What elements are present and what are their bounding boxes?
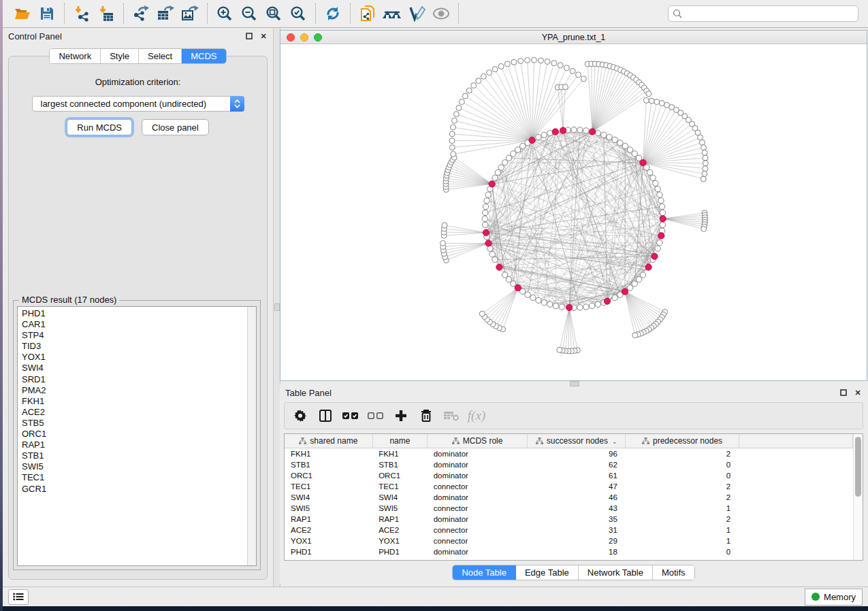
tab-node-table[interactable]: Node Table [453, 565, 516, 580]
mcds-result-item[interactable]: CAR1 [22, 319, 247, 330]
select-all-icon[interactable] [340, 406, 361, 425]
table-cell [739, 503, 852, 514]
mcds-result-item[interactable]: TEC1 [22, 472, 247, 483]
table-cell: 1 [626, 503, 739, 514]
horizontal-split-handle[interactable] [570, 381, 579, 386]
export-network-icon[interactable] [129, 3, 153, 24]
table-cell: connector [428, 525, 528, 535]
tab-edge-table[interactable]: Edge Table [516, 565, 579, 580]
table-scrollbar-thumb[interactable] [855, 437, 861, 497]
table-cell: ACE2 [285, 525, 372, 535]
delete-row-icon[interactable] [416, 406, 436, 425]
close-panel-icon[interactable]: ✕ [259, 32, 268, 40]
mcds-list-scrollbar[interactable] [247, 307, 256, 565]
mcds-result-item[interactable]: SWI4 [22, 363, 247, 374]
mcds-result-item[interactable]: RAP1 [22, 440, 247, 450]
mcds-result-item[interactable]: SWI5 [22, 461, 247, 472]
open-folder-icon[interactable] [10, 3, 35, 24]
mcds-result-item[interactable]: TID3 [22, 341, 247, 352]
tab-style[interactable]: Style [101, 49, 139, 63]
criterion-dropdown[interactable]: largest connected component (undirected) [32, 96, 244, 112]
table-row[interactable]: YOX1YOX1connector291 [285, 535, 853, 546]
close-table-panel-icon[interactable]: ✕ [854, 389, 862, 397]
mcds-result-item[interactable]: FKH1 [22, 396, 247, 407]
table-cell: 0 [626, 459, 739, 470]
column-header-shared-name[interactable]: shared name [285, 434, 372, 448]
memory-button[interactable]: Memory [805, 589, 863, 606]
mcds-result-item[interactable]: ORC1 [22, 429, 247, 440]
table-panel: Table Panel ✕ [280, 384, 867, 584]
add-row-icon[interactable] [391, 406, 411, 425]
mcds-result-item[interactable]: YOX1 [22, 352, 247, 363]
table-cell: 2 [626, 448, 739, 460]
mcds-result-item[interactable]: PHD1 [22, 308, 247, 319]
table-cell: TEC1 [285, 481, 372, 492]
column-view-icon[interactable] [315, 406, 336, 425]
table-row[interactable]: ORC1ORC1dominator610 [285, 470, 853, 481]
table-cell: 1 [626, 525, 739, 535]
tab-motifs[interactable]: Motifs [653, 565, 694, 580]
tab-mcds[interactable]: MCDS [182, 49, 225, 63]
hide-details-eye-icon[interactable] [429, 3, 453, 24]
column-header-name[interactable]: name [372, 434, 428, 448]
column-header-predecessor-nodes[interactable]: predecessor nodes [626, 434, 739, 448]
table-row[interactable]: FKH1FKH1dominator962 [285, 448, 853, 460]
tab-network[interactable]: Network [50, 49, 101, 63]
table-cell: 47 [528, 481, 626, 492]
task-history-button[interactable] [8, 589, 29, 605]
export-image-icon[interactable] [178, 3, 202, 24]
table-scrollbar[interactable] [853, 434, 863, 560]
table-cell: 46 [528, 492, 626, 503]
mcds-result-item[interactable]: PMA2 [22, 385, 247, 396]
table-cell: SWI4 [372, 492, 428, 503]
mcds-result-item[interactable]: STP4 [22, 330, 247, 341]
close-panel-button[interactable]: Close panel [142, 119, 209, 135]
search-input[interactable] [686, 8, 854, 19]
mcds-result-item[interactable]: STB5 [22, 418, 247, 429]
table-cell: 61 [528, 470, 626, 481]
table-cell: dominator [428, 470, 528, 481]
table-cell [739, 448, 852, 460]
zoom-group [208, 3, 316, 24]
birds-eye-view-icon[interactable] [380, 3, 404, 24]
column-header-filler [739, 434, 852, 448]
network-canvas[interactable] [280, 44, 867, 380]
save-icon[interactable] [35, 3, 59, 24]
table-settings-icon[interactable] [290, 406, 310, 425]
zoom-fit-icon[interactable] [261, 3, 286, 24]
zoom-in-icon[interactable] [212, 3, 237, 24]
import-network-icon[interactable] [69, 3, 94, 24]
vizmapper-icon[interactable] [404, 3, 429, 24]
refresh-icon[interactable] [321, 3, 345, 24]
float-table-panel-icon[interactable] [839, 389, 848, 397]
mcds-result-item[interactable]: SRD1 [22, 374, 247, 385]
table-row[interactable]: SWI5SWI5connector431 [285, 503, 853, 514]
mcds-result-item[interactable]: STB1 [22, 450, 247, 461]
column-header-successor-nodes[interactable]: successor nodes⌄ [528, 434, 626, 448]
mcds-result-item[interactable]: GCR1 [22, 484, 247, 495]
table-row[interactable]: ACE2ACE2connector311 [285, 525, 853, 535]
table-cell: FKH1 [285, 448, 372, 460]
float-panel-icon[interactable] [245, 32, 253, 40]
table-row[interactable]: SWI4SWI4dominator462 [285, 492, 853, 503]
zoom-out-icon[interactable] [237, 3, 261, 24]
tab-network-table[interactable]: Network Table [579, 565, 653, 580]
deselect-all-icon[interactable] [366, 406, 386, 425]
run-mcds-button[interactable]: Run MCDS [67, 119, 132, 135]
share-document-icon[interactable] [355, 3, 380, 24]
export-table-icon[interactable] [153, 3, 178, 24]
table-cell: 0 [626, 546, 739, 557]
export-group [124, 3, 208, 24]
mcds-result-item[interactable]: ACE2 [22, 407, 247, 418]
table-row[interactable]: STB1STB1dominator620 [285, 459, 853, 470]
column-header-MCDS-role[interactable]: MCDS role [428, 434, 528, 448]
zoom-selected-icon[interactable] [286, 3, 310, 24]
tab-select[interactable]: Select [139, 49, 182, 63]
table-row[interactable]: PHD1PHD1dominator180 [285, 546, 853, 557]
import-table-icon[interactable] [94, 3, 118, 24]
dropdown-stepper-icon [230, 96, 244, 112]
table-row[interactable]: TEC1TEC1connector472 [285, 481, 853, 492]
table-cell: ORC1 [285, 470, 372, 481]
table-row[interactable]: RAP1RAP1dominator352 [285, 514, 853, 525]
table-cell: 96 [528, 448, 626, 460]
